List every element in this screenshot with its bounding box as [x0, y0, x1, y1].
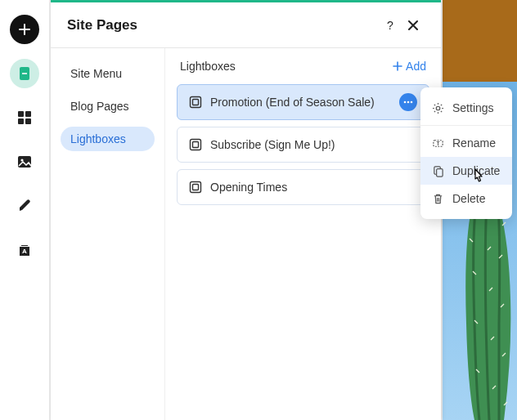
svg-point-29: [407, 101, 410, 104]
ellipsis-icon: [403, 101, 413, 104]
rail-app-icon[interactable]: A: [10, 235, 39, 265]
list-item-label: Opening Times: [210, 181, 417, 194]
canvas-cactus-image: [460, 193, 515, 420]
menu-item-rename[interactable]: T Rename: [420, 129, 512, 157]
svg-rect-34: [193, 185, 199, 190]
svg-rect-18: [18, 111, 24, 117]
svg-rect-33: [191, 182, 201, 193]
rail-image-icon[interactable]: [10, 147, 39, 176]
list-item-label: Subscribe (Sign Me Up!): [210, 138, 417, 151]
menu-label: Delete: [452, 192, 485, 205]
svg-rect-32: [193, 142, 199, 148]
svg-rect-17: [22, 73, 27, 74]
lightbox-icon: [189, 181, 202, 194]
panel-header: Site Pages ?: [51, 2, 441, 48]
sidebar-item-lightboxes[interactable]: Lightboxes: [61, 127, 155, 151]
rail-grid-icon[interactable]: [10, 103, 39, 132]
canvas-header-block: [443, 0, 517, 82]
add-button[interactable]: Add: [393, 60, 426, 73]
main-header: Lightboxes Add: [177, 60, 429, 73]
svg-text:A: A: [22, 248, 27, 255]
sidebar-item-site-menu[interactable]: Site Menu: [61, 61, 155, 86]
sidebar-item-blog-pages[interactable]: Blog Pages: [61, 94, 155, 118]
panel-title: Site Pages: [67, 17, 379, 34]
site-pages-panel: Site Pages ? Site Menu Blog Pages Lightb…: [51, 0, 441, 420]
svg-text:T: T: [437, 141, 440, 146]
plus-icon: [393, 61, 402, 71]
svg-rect-19: [25, 111, 31, 117]
close-button[interactable]: [402, 14, 425, 37]
item-actions-button[interactable]: [399, 93, 417, 111]
lightbox-item-opening-times[interactable]: Opening Times: [177, 169, 429, 205]
rail-pen-icon[interactable]: [10, 191, 39, 221]
svg-rect-22: [18, 156, 31, 168]
lightbox-item-subscribe[interactable]: Subscribe (Sign Me Up!): [177, 127, 429, 163]
svg-rect-27: [193, 100, 199, 105]
panel-sidebar: Site Menu Blog Pages Lightboxes: [51, 48, 165, 420]
rail-pages-button[interactable]: [10, 59, 39, 88]
menu-label: Duplicate: [452, 164, 500, 177]
svg-point-28: [404, 101, 407, 104]
main-title: Lightboxes: [180, 60, 393, 73]
lightbox-icon: [189, 138, 202, 151]
lightbox-item-promotion[interactable]: Promotion (End of Season Sale): [177, 84, 429, 120]
menu-item-duplicate[interactable]: Duplicate: [420, 157, 512, 185]
help-button[interactable]: ?: [379, 14, 402, 37]
svg-text:?: ?: [387, 19, 393, 32]
panel-main: Lightboxes Add Promotion (End of Season …: [165, 48, 441, 420]
trash-icon: [432, 193, 444, 205]
menu-label: Rename: [452, 136, 496, 150]
svg-rect-26: [191, 97, 201, 108]
rename-icon: T: [432, 137, 444, 150]
menu-item-settings[interactable]: Settings: [420, 94, 512, 122]
list-item-label: Promotion (End of Season Sale): [210, 96, 391, 109]
menu-item-delete[interactable]: Delete: [420, 185, 512, 212]
menu-label: Settings: [452, 101, 494, 114]
rail-add-button[interactable]: [10, 15, 39, 44]
svg-point-35: [436, 106, 440, 110]
left-rail: A: [0, 0, 49, 420]
duplicate-icon: [432, 165, 444, 177]
lightbox-icon: [189, 96, 202, 109]
svg-rect-20: [18, 118, 24, 124]
context-menu: Settings T Rename Duplicate Delete: [420, 87, 512, 219]
add-label: Add: [406, 60, 426, 73]
svg-rect-39: [437, 168, 443, 176]
svg-rect-21: [25, 118, 31, 124]
menu-divider: [420, 125, 512, 126]
svg-rect-31: [191, 140, 201, 150]
gear-icon: [432, 102, 444, 114]
svg-point-30: [411, 101, 413, 104]
panel-body: Site Menu Blog Pages Lightboxes Lightbox…: [51, 48, 441, 420]
